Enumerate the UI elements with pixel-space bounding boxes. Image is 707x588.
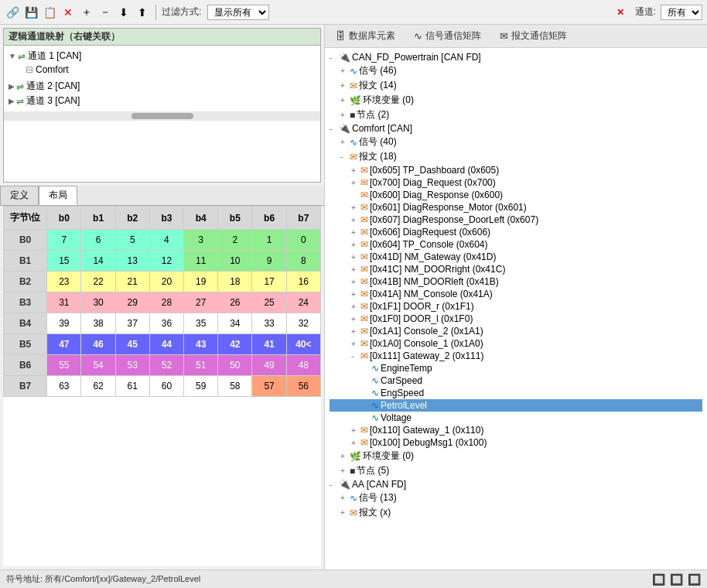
- grid-cell-b0-b2[interactable]: 5: [115, 230, 149, 251]
- dbtree-item-aa[interactable]: -🔌AA [CAN FD]: [330, 478, 702, 491]
- grid-cell-b2-b0[interactable]: 23: [47, 272, 81, 292]
- expand-icon-msg100[interactable]: +: [351, 439, 359, 447]
- grid-cell-b0-b1[interactable]: 6: [81, 230, 115, 251]
- dbtree-item-s_petrol[interactable]: ∿PetrolLevel: [330, 399, 702, 412]
- toolbar-icon-1[interactable]: 🔗: [5, 5, 20, 20]
- expand-icon-msg41b[interactable]: +: [351, 278, 359, 286]
- grid-cell-b2-b1[interactable]: 22: [81, 272, 115, 292]
- expand-icon-msg1f1[interactable]: +: [351, 303, 359, 311]
- grid-cell-b1-b3[interactable]: 12: [149, 251, 183, 272]
- grid-cell-b4-b2[interactable]: 37: [115, 313, 149, 334]
- grid-cell-b2-b4[interactable]: 19: [184, 272, 218, 292]
- grid-cell-b1-b2[interactable]: 13: [115, 251, 149, 272]
- grid-cell-b5-b6[interactable]: 41: [252, 334, 286, 355]
- grid-cell-b6-b4[interactable]: 51: [184, 355, 218, 376]
- grid-cell-b1-b1[interactable]: 14: [81, 251, 115, 272]
- grid-cell-b2-b2[interactable]: 21: [115, 272, 149, 292]
- grid-cell-b3-b1[interactable]: 30: [81, 292, 115, 313]
- grid-cell-b7-b2[interactable]: 61: [115, 376, 149, 397]
- expand-icon-msg111[interactable]: -: [351, 352, 359, 361]
- grid-cell-b3-b3[interactable]: 28: [149, 292, 183, 313]
- tab-define[interactable]: 定义: [0, 186, 39, 205]
- toolbar-icon-up[interactable]: ⬆: [135, 5, 150, 20]
- expand-icon-msg41c[interactable]: +: [351, 265, 359, 274]
- grid-cell-b4-b3[interactable]: 36: [149, 313, 183, 334]
- expand-icon-msg601[interactable]: +: [351, 203, 359, 212]
- dbtree-item-msg14[interactable]: +✉报文 (14): [330, 78, 702, 93]
- grid-cell-b5-b7[interactable]: 40<: [286, 334, 320, 355]
- grid-cell-b6-b6[interactable]: 49: [252, 355, 286, 376]
- dbtree-item-msg1a0[interactable]: +✉[0x1A0] Console_1 (0x1A0): [330, 337, 702, 350]
- expand-icon-msg700[interactable]: +: [351, 179, 359, 187]
- scrollbar-track[interactable]: [131, 113, 193, 119]
- toolbar-icon-3[interactable]: 📋: [42, 5, 57, 20]
- dbtree-item-node5[interactable]: +■节点 (5): [330, 463, 702, 478]
- dbtree-item-msg1f1[interactable]: +✉[0x1F1] DOOR_r (0x1F1): [330, 300, 702, 313]
- grid-cell-b4-b6[interactable]: 33: [252, 313, 286, 334]
- dbtree-item-s_voltage[interactable]: ∿Voltage: [330, 412, 702, 424]
- grid-cell-b0-b5[interactable]: 2: [218, 230, 252, 251]
- grid-cell-b2-b7[interactable]: 16: [286, 272, 320, 292]
- expand-icon-msg18[interactable]: -: [340, 152, 348, 161]
- grid-cell-b1-b5[interactable]: 10: [218, 251, 252, 272]
- expand-icon-msg1a1[interactable]: +: [351, 327, 359, 336]
- grid-cell-b3-b0[interactable]: 31: [47, 292, 81, 313]
- rtab-db[interactable]: 🗄 数据库元素: [330, 28, 401, 44]
- dbtree-item-msg604[interactable]: +✉[0x604] TP_Console (0x604): [330, 238, 702, 251]
- dbtree-item-msg18[interactable]: -✉报文 (18): [330, 149, 702, 164]
- grid-cell-b7-b7[interactable]: 56: [286, 376, 320, 397]
- dbtree-item-msg41d[interactable]: +✉[0x41D] NM_Gateway (0x41D): [330, 251, 702, 263]
- grid-cell-b3-b6[interactable]: 25: [252, 292, 286, 313]
- toolbar-icon-down[interactable]: ⬇: [116, 5, 131, 20]
- dbtree-item-env0b[interactable]: +🌿环境变量 (0): [330, 449, 702, 463]
- grid-cell-b3-b7[interactable]: 24: [286, 292, 320, 313]
- grid-cell-b0-b4[interactable]: 3: [184, 230, 218, 251]
- expand-icon-msg41d[interactable]: +: [351, 253, 359, 262]
- dbtree-item-s_engtemp[interactable]: ∿EngineTemp: [330, 362, 702, 374]
- expand-icon-msg1f0[interactable]: +: [351, 315, 359, 323]
- expand-icon-comfort[interactable]: -: [330, 125, 337, 133]
- expand-icon-env0[interactable]: +: [340, 96, 348, 104]
- channel-scrollbar[interactable]: [4, 111, 320, 121]
- dbtree-item-s_carspeed[interactable]: ∿CarSpeed: [330, 374, 702, 387]
- expand-icon-sig40[interactable]: +: [340, 138, 348, 146]
- dbtree-item-msg605[interactable]: +✉[0x605] TP_Dashboard (0x605): [330, 164, 702, 176]
- dbtree-item-msg1a1[interactable]: +✉[0x1A1] Console_2 (0x1A1): [330, 325, 702, 337]
- grid-cell-b5-b3[interactable]: 44: [149, 334, 183, 355]
- grid-cell-b3-b5[interactable]: 26: [218, 292, 252, 313]
- dbtree-item-sig46[interactable]: +∿信号 (46): [330, 63, 702, 78]
- db-tree[interactable]: -🔌CAN_FD_Powertrain [CAN FD]+∿信号 (46)+✉报…: [325, 48, 707, 569]
- expand-icon-env0b[interactable]: +: [340, 452, 348, 460]
- grid-cell-b6-b2[interactable]: 53: [115, 355, 149, 376]
- grid-cell-b2-b6[interactable]: 17: [252, 272, 286, 292]
- dbtree-item-canfd1[interactable]: -🔌CAN_FD_Powertrain [CAN FD]: [330, 51, 702, 63]
- dbtree-item-sig13[interactable]: +∿信号 (13): [330, 491, 702, 505]
- tree-item-ch1[interactable]: ▼ ⇌ 通道 1 [CAN]: [9, 49, 316, 63]
- expand-icon-msg14[interactable]: +: [340, 81, 348, 90]
- grid-cell-b4-b0[interactable]: 39: [47, 313, 81, 334]
- filter-select[interactable]: 显示所有: [207, 5, 269, 20]
- bit-grid-container[interactable]: 字节\位 b0 b1 b2 b3 b4 b5 b6 b7 B076543210B…: [3, 206, 321, 566]
- tree-item-comfort[interactable]: ⊟ Comfort: [9, 63, 316, 76]
- status-icon-1[interactable]: 🔲: [652, 573, 665, 586]
- expand-icon-msg604[interactable]: +: [351, 241, 359, 249]
- grid-cell-b7-b1[interactable]: 62: [81, 376, 115, 397]
- grid-cell-b7-b4[interactable]: 59: [184, 376, 218, 397]
- grid-cell-b4-b5[interactable]: 34: [218, 313, 252, 334]
- dbtree-item-node2[interactable]: +■节点 (2): [330, 108, 702, 122]
- dbtree-item-msg110[interactable]: +✉[0x110] Gateway_1 (0x110): [330, 424, 702, 436]
- grid-cell-b6-b3[interactable]: 52: [149, 355, 183, 376]
- grid-cell-b0-b7[interactable]: 0: [286, 230, 320, 251]
- dbtree-item-msg100[interactable]: +✉[0x100] DebugMsg1 (0x100): [330, 436, 702, 449]
- grid-cell-b5-b1[interactable]: 46: [81, 334, 115, 355]
- dbtree-item-msg606[interactable]: +✉[0x606] DiagRequest (0x606): [330, 226, 702, 238]
- grid-cell-b0-b0[interactable]: 7: [47, 230, 81, 251]
- expand-icon-msg1a0[interactable]: +: [351, 340, 359, 348]
- dbtree-item-msg41a[interactable]: +✉[0x41A] NM_Console (0x41A): [330, 288, 702, 300]
- grid-cell-b6-b7[interactable]: 48: [286, 355, 320, 376]
- toolbar-icon-2[interactable]: 💾: [23, 5, 39, 20]
- dbtree-item-msg41c[interactable]: +✉[0x41C] NM_DOORright (0x41C): [330, 263, 702, 275]
- grid-cell-b2-b3[interactable]: 20: [149, 272, 183, 292]
- grid-cell-b6-b5[interactable]: 50: [218, 355, 252, 376]
- dbtree-item-comfort[interactable]: -🔌Comfort [CAN]: [330, 122, 702, 135]
